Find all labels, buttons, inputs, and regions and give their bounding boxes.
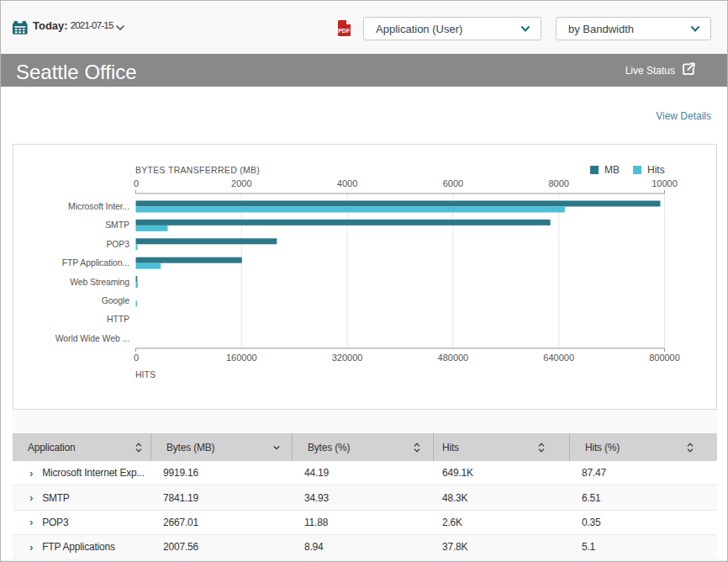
svg-text:0: 0	[134, 178, 139, 188]
svg-text:FTP Application...: FTP Application...	[62, 257, 129, 268]
svg-text:PDF: PDF	[338, 28, 351, 34]
svg-text:Google: Google	[102, 295, 130, 305]
svg-text:Web Streaming: Web Streaming	[70, 277, 129, 287]
svg-text:MB: MB	[604, 164, 620, 176]
svg-text:800000: 800000	[649, 353, 680, 363]
svg-text:480000: 480000	[438, 353, 469, 363]
svg-text:8000: 8000	[548, 178, 568, 188]
svg-text:640000: 640000	[543, 353, 574, 363]
svg-text:Microsoft Inter...: Microsoft Inter...	[68, 201, 129, 211]
svg-text:World Wide Web ...: World Wide Web ...	[55, 333, 129, 343]
svg-text:BYTES TRANSFERRED (MB): BYTES TRANSFERRED (MB)	[135, 165, 260, 175]
svg-text:Hits: Hits	[647, 164, 665, 176]
svg-text:10000: 10000	[652, 178, 678, 188]
svg-text:160000: 160000	[226, 353, 257, 363]
svg-text:0: 0	[134, 353, 139, 363]
svg-text:SMTP: SMTP	[105, 220, 129, 230]
svg-text:320000: 320000	[332, 353, 363, 363]
svg-text:POP3: POP3	[106, 239, 129, 249]
svg-text:HTTP: HTTP	[107, 314, 129, 324]
svg-text:HITS: HITS	[135, 369, 156, 379]
svg-text:6000: 6000	[443, 178, 463, 188]
svg-text:4000: 4000	[337, 178, 357, 188]
svg-text:2000: 2000	[231, 178, 251, 188]
